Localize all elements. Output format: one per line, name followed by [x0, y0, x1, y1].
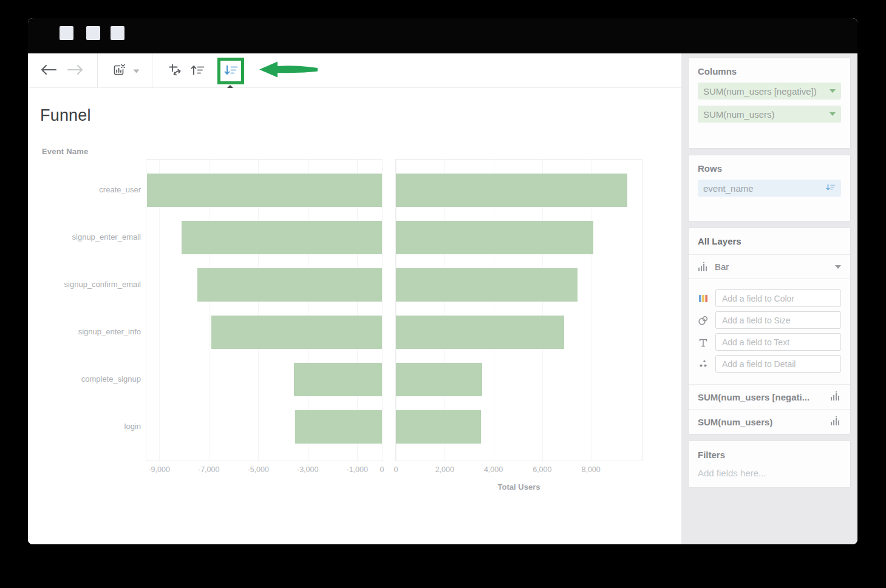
forward-arrow-icon [67, 65, 83, 76]
row-label-complete_signup[interactable]: complete_signup [81, 374, 141, 384]
axis-tick-label: -5,000 [247, 465, 268, 474]
axis-tick-label: 8,000 [581, 465, 600, 474]
measure-label: SUM(num_users [negati... [698, 392, 809, 402]
worksheet-view: Funnel Event Name create_usersignup_ente… [28, 88, 681, 544]
caret-down-icon [835, 265, 841, 269]
sort-descending-mini-icon[interactable] [826, 183, 836, 194]
columns-pill-num-users[interactable]: SUM(num_users) [698, 106, 841, 123]
layer-type-selector[interactable]: Bar [689, 255, 850, 279]
funnel-bar-create_user[interactable] [396, 174, 627, 207]
main-content: Sort event_name Descending by num_users … [28, 53, 681, 544]
x-axis-title: Total Users [395, 482, 642, 492]
axis-tick-label: -7,000 [198, 465, 219, 474]
sort-descending-highlight-box [217, 58, 244, 84]
app-window: Sort event_name Descending by num_users … [28, 18, 857, 544]
axis-tick-label: 0 [394, 465, 398, 474]
rows-header: Rows [698, 163, 841, 174]
color-field-input[interactable] [715, 289, 841, 307]
sort-ascending-button[interactable] [185, 53, 210, 87]
bar-chart-icon [830, 391, 841, 403]
funnel-bar-create_user[interactable] [147, 174, 382, 207]
window-titlebar [28, 18, 857, 53]
clear-sheet-caret-button[interactable] [130, 53, 142, 87]
sort-ascending-icon [190, 64, 205, 78]
row-label-signup_enter_email[interactable]: signup_enter_email [72, 232, 141, 242]
detail-icon [698, 359, 709, 368]
size-field-input[interactable] [715, 311, 841, 329]
text-shelf [698, 333, 841, 351]
row-axis-header: Event Name [42, 147, 88, 156]
axis-tick-label: 6,000 [533, 465, 551, 474]
funnel-bar-login[interactable] [396, 410, 481, 444]
text-field-input[interactable] [715, 333, 841, 351]
funnel-bar-signup_enter_email[interactable] [182, 221, 382, 254]
swap-axes-button[interactable] [163, 53, 187, 87]
row-label-login[interactable]: login [124, 422, 141, 431]
window-control-3[interactable] [111, 26, 124, 40]
window-control-1[interactable] [60, 26, 73, 40]
rows-card: Rows event_name [688, 155, 851, 221]
axis-tick-label: -3,000 [297, 465, 318, 474]
rows-pill-event-name[interactable]: event_name [698, 180, 841, 197]
measure-label: SUM(num_users) [698, 417, 772, 427]
all-layers-header: All Layers [698, 236, 841, 246]
toolbar-divider [152, 53, 152, 87]
columns-card: Columns SUM(num_users [negative]) SUM(nu… [688, 58, 851, 149]
clear-sheet-button[interactable] [107, 53, 131, 87]
bar-chart-icon [698, 262, 709, 272]
row-label-create_user[interactable]: create_user [99, 185, 141, 194]
shelf-sidebar: Columns SUM(num_users [negative]) SUM(nu… [681, 53, 857, 544]
caret-down-icon[interactable] [830, 112, 836, 116]
text-icon [698, 337, 709, 347]
row-label-signup_enter_info[interactable]: signup_enter_info [78, 327, 141, 336]
columns-header: Columns [698, 66, 841, 76]
filters-drop-zone[interactable]: Add fields here... [698, 468, 841, 478]
toolbar [28, 53, 681, 88]
axis-tick-label: 0 [380, 465, 384, 474]
filters-header: Filters [698, 450, 841, 460]
funnel-bar-signup_enter_info[interactable] [211, 316, 382, 349]
measure-row-num-users-negative[interactable]: SUM(num_users [negati... [689, 384, 850, 409]
color-icon [698, 294, 709, 303]
all-layers-card: All Layers Bar [688, 228, 851, 434]
axis-tick-label: 2,000 [435, 465, 454, 474]
window-control-2[interactable] [86, 26, 100, 40]
measure-row-num-users[interactable]: SUM(num_users) [689, 409, 850, 434]
gridline [382, 160, 383, 461]
toolbar-divider [97, 53, 98, 87]
funnel-bar-signup_confirm_email[interactable] [197, 268, 382, 302]
layer-type-label: Bar [715, 262, 729, 272]
pill-label: event_name [703, 183, 754, 194]
annotation-arrow-icon [259, 61, 319, 81]
caret-down-icon[interactable] [830, 89, 836, 93]
detail-shelf [698, 355, 841, 373]
caret-down-icon [133, 66, 140, 75]
axis-tick-label: 4,000 [484, 465, 503, 474]
chart-panel-positive [395, 159, 642, 461]
sheet-title: Funnel [40, 106, 91, 125]
pill-label: SUM(num_users [negative]) [703, 86, 817, 96]
funnel-bar-complete_signup[interactable] [396, 363, 482, 396]
funnel-bar-signup_confirm_email[interactable] [396, 268, 578, 302]
funnel-bar-signup_enter_info[interactable] [396, 316, 564, 349]
axis-tick-label: -1,000 [347, 465, 368, 474]
sort-descending-icon [223, 64, 238, 78]
sort-descending-button[interactable] [223, 64, 238, 78]
row-label-signup_confirm_email[interactable]: signup_confirm_email [64, 280, 141, 289]
funnel-bar-signup_enter_email[interactable] [396, 221, 593, 254]
screen: Sort event_name Descending by num_users … [0, 0, 886, 588]
back-arrow-icon [41, 65, 56, 76]
row-labels: create_usersignup_enter_emailsignup_conf… [28, 159, 141, 461]
chart-panel-negative [146, 159, 383, 461]
funnel-bar-login[interactable] [295, 410, 382, 444]
size-icon [698, 315, 709, 325]
clear-sheet-icon [112, 63, 126, 78]
funnel-bar-complete_signup[interactable] [294, 363, 382, 396]
forward-button[interactable] [63, 53, 87, 87]
filters-card: Filters Add fields here... [688, 441, 851, 488]
detail-field-input[interactable] [715, 355, 841, 373]
columns-pill-num-users-negative[interactable]: SUM(num_users [negative]) [698, 83, 841, 100]
color-shelf [698, 289, 841, 307]
back-button[interactable] [36, 53, 61, 87]
axis-tick-label: -9,000 [148, 465, 169, 474]
